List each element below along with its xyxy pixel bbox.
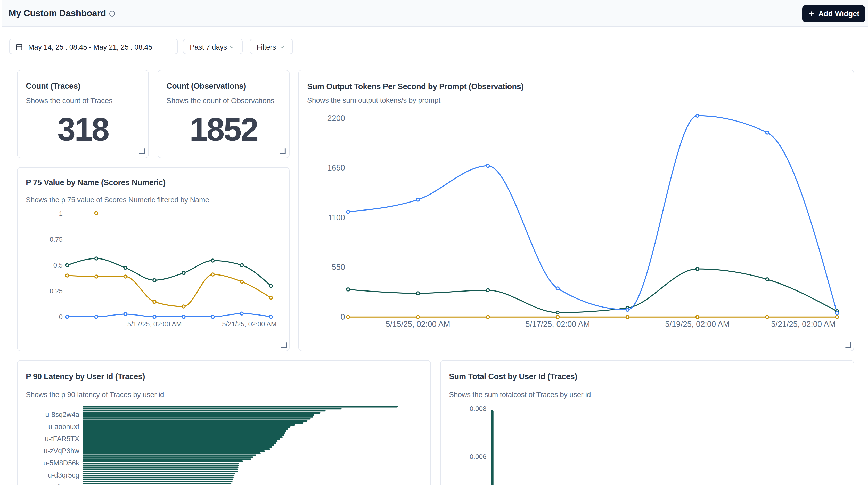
svg-text:5/17/25, 02:00 AM: 5/17/25, 02:00 AM: [526, 320, 590, 329]
svg-text:Count (Traces): Count (Traces): [26, 81, 80, 90]
svg-text:5/15/25, 02:00 AM: 5/15/25, 02:00 AM: [386, 320, 450, 329]
svg-text:u-5M8D56k: u-5M8D56k: [43, 459, 79, 467]
svg-text:0.006: 0.006: [470, 453, 486, 460]
svg-text:5/17/25, 02:00 AM: 5/17/25, 02:00 AM: [127, 320, 182, 328]
svg-text:u-8sq2w4a: u-8sq2w4a: [45, 411, 80, 418]
svg-text:P 90 Latency by User Id (Trace: P 90 Latency by User Id (Traces): [26, 372, 145, 381]
svg-text:550: 550: [332, 263, 345, 272]
svg-text:Shows the p 75 value of Scores: Shows the p 75 value of Scores Numeric f…: [26, 195, 209, 204]
svg-text:Shows the count of Observation: Shows the count of Observations: [166, 96, 274, 105]
svg-text:Sum Total Cost by User Id (Tra: Sum Total Cost by User Id (Traces): [449, 372, 577, 381]
svg-text:5/21/25, 02:00 AM: 5/21/25, 02:00 AM: [771, 320, 836, 329]
svg-text:Shows the count of Traces: Shows the count of Traces: [26, 96, 113, 105]
svg-text:u-aobnuxf: u-aobnuxf: [48, 423, 80, 430]
svg-text:0: 0: [341, 312, 345, 322]
svg-text:0: 0: [59, 313, 62, 321]
svg-text:Sum Output Tokens Per Second b: Sum Output Tokens Per Second by Prompt (…: [307, 82, 524, 91]
svg-text:Shows the sum output tokens/s: Shows the sum output tokens/s by prompt: [307, 96, 440, 104]
svg-text:1650: 1650: [327, 163, 345, 172]
svg-text:u-8fVa9T3: u-8fVa9T3: [47, 483, 79, 485]
svg-text:u-zVqP3hw: u-zVqP3hw: [43, 447, 80, 455]
svg-text:5/21/25, 02:00 AM: 5/21/25, 02:00 AM: [222, 320, 276, 328]
svg-text:0.008: 0.008: [470, 405, 486, 413]
svg-text:Count (Observations): Count (Observations): [166, 81, 246, 90]
svg-text:1: 1: [59, 210, 62, 217]
svg-text:Shows the p 90 latency of Trac: Shows the p 90 latency of Traces by user…: [26, 390, 164, 399]
svg-text:0.5: 0.5: [53, 261, 62, 269]
svg-text:u-tFAR5TX: u-tFAR5TX: [44, 435, 79, 443]
svg-text:P 75 Value by Name (Scores Num: P 75 Value by Name (Scores Numeric): [26, 178, 165, 187]
svg-text:1100: 1100: [328, 213, 345, 222]
svg-text:Shows the sum totalcost of Tra: Shows the sum totalcost of Traces by use…: [449, 390, 591, 399]
svg-text:318: 318: [57, 111, 108, 148]
svg-text:0.25: 0.25: [50, 287, 63, 295]
svg-text:0.75: 0.75: [50, 235, 63, 243]
svg-text:u-d3qr5cg: u-d3qr5cg: [48, 471, 79, 479]
svg-text:5/19/25, 02:00 AM: 5/19/25, 02:00 AM: [665, 320, 730, 329]
svg-text:2200: 2200: [327, 114, 345, 123]
svg-text:1852: 1852: [189, 111, 258, 148]
